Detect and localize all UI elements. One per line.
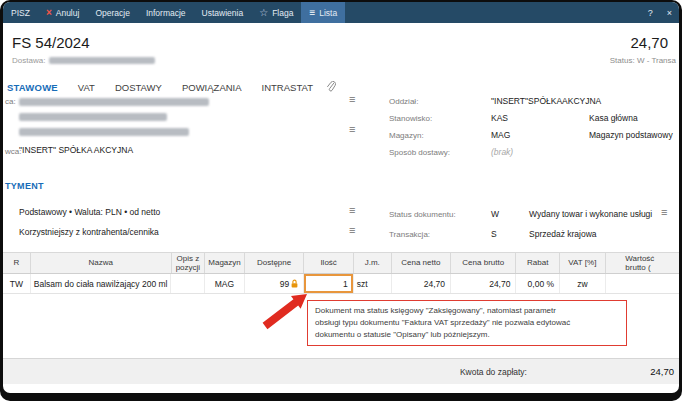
toolbar-flag-label: Flaga xyxy=(272,8,293,18)
pricing-dropdown[interactable]: Podstawowy • Waluta: PLN • od netto xyxy=(19,207,160,217)
delivery-method-value[interactable]: (brak) xyxy=(491,147,513,157)
branch-label: Oddział: xyxy=(389,97,418,106)
toolbar-flag-button[interactable]: ☆ Flaga xyxy=(251,2,301,23)
quantity-value: 1 xyxy=(343,279,348,289)
customer-field-redacted[interactable] xyxy=(19,98,209,106)
toolbar-operations-menu[interactable]: Operacje xyxy=(87,2,138,23)
column-header-gross-value-label: Wartość brutto ( xyxy=(621,254,663,272)
cell-quantity[interactable]: 1 xyxy=(304,274,354,293)
city-field-redacted[interactable] xyxy=(19,128,189,136)
error-tooltip: Dokument ma status księgowy "Zaksięgowan… xyxy=(307,300,627,346)
tooltip-line-2: obsługi typu dokumentu "Faktura VAT sprz… xyxy=(315,317,619,329)
document-title: FS 54/2024 xyxy=(12,34,90,51)
app-window: PISZ × Anuluj Operacje Informacje Ustawi… xyxy=(0,0,682,401)
items-table: R Nazwa Opis z pozycji Magazyn Dostępne … xyxy=(3,252,679,294)
help-icon: ? xyxy=(648,8,653,18)
tab-podstawowe[interactable]: STAWOWE xyxy=(3,82,68,93)
available-value: 99 xyxy=(280,279,289,289)
transaction-value[interactable]: Sprzedaż krajowa xyxy=(529,229,597,239)
toolbar-list-label: Lista xyxy=(319,8,337,18)
address-dropdown-icon[interactable]: ≡ xyxy=(349,124,355,135)
cell-type[interactable]: TW xyxy=(3,274,31,293)
column-header-vat[interactable]: VAT [%] xyxy=(560,253,606,273)
tab-intrastat[interactable]: INTRASTAT xyxy=(252,82,323,93)
document-status-dropdown-icon[interactable]: ≡ xyxy=(661,207,667,218)
toolbar-cancel-label: Anuluj xyxy=(56,8,80,18)
column-header-discount[interactable]: Rabat xyxy=(516,253,560,273)
document-header: FS 54/2024 24,70 Dostawa: Status: W - Tr… xyxy=(3,23,679,78)
seller-value[interactable]: "INSERT" SPÓŁKA AKCYJNA xyxy=(19,145,133,155)
toolbar-cancel-button[interactable]: × Anuluj xyxy=(38,2,87,23)
branch-value[interactable]: "INSERT"SPÓŁKAAKCYJNA xyxy=(491,96,601,106)
column-header-warehouse[interactable]: Magazyn xyxy=(205,253,245,273)
address-field-redacted[interactable] xyxy=(19,113,167,121)
cell-available[interactable]: 99 xyxy=(245,274,304,293)
amount-due-value: 24,70 xyxy=(650,366,674,377)
toolbar-save-label: PISZ xyxy=(11,8,30,18)
paperclip-icon[interactable] xyxy=(326,81,336,93)
tab-vat[interactable]: VAT xyxy=(68,82,105,93)
document-status-value[interactable]: Wydany towar i wykonane usługi xyxy=(529,209,652,219)
cell-description[interactable] xyxy=(171,274,205,293)
cell-vat[interactable]: zw xyxy=(560,274,606,293)
tab-dostawy[interactable]: DOSTAWY xyxy=(105,82,172,93)
column-header-unit[interactable]: J.m. xyxy=(354,253,392,273)
column-header-net-price[interactable]: Cena netto xyxy=(392,253,451,273)
customer-dropdown-icon[interactable]: ≡ xyxy=(349,94,355,105)
transaction-code[interactable]: S xyxy=(491,229,497,239)
column-header-gross-price[interactable]: Cena brutto xyxy=(451,253,516,273)
cell-warehouse[interactable]: MAG xyxy=(205,274,245,293)
section-title-asortyment: TYMENT xyxy=(5,181,44,191)
warehouse-name[interactable]: Magazyn podstawowy xyxy=(589,130,673,140)
toolbar-settings-menu[interactable]: Ustawienia xyxy=(194,2,252,23)
station-name[interactable]: Kasa główna xyxy=(589,113,638,123)
column-header-available[interactable]: Dostępne xyxy=(245,253,304,273)
flag-star-icon: ☆ xyxy=(259,7,268,18)
cell-gross-price[interactable]: 24,70 xyxy=(451,274,516,293)
station-code[interactable]: KAS xyxy=(491,113,508,123)
delivery-label: Dostawa: xyxy=(12,56,45,65)
cell-unit[interactable]: szt xyxy=(354,274,392,293)
close-icon: × xyxy=(667,8,672,18)
column-header-quantity[interactable]: Ilość xyxy=(304,253,354,273)
lock-icon xyxy=(291,279,298,288)
toolbar-list-button[interactable]: ≡ Lista xyxy=(301,2,345,23)
warehouse-code[interactable]: MAG xyxy=(491,130,510,140)
list-icon: ≡ xyxy=(309,7,315,18)
main-toolbar: PISZ × Anuluj Operacje Informacje Ustawi… xyxy=(3,2,679,23)
column-header-type[interactable]: R xyxy=(3,253,31,273)
toolbar-information-label: Informacje xyxy=(146,8,186,18)
price-rule-dropdown-icon[interactable]: ≡ xyxy=(349,225,355,236)
tooltip-line-3: dokumentu o statusie "Opisany" lub późni… xyxy=(315,329,619,341)
column-header-name[interactable]: Nazwa xyxy=(31,253,172,273)
table-row[interactable]: TW Balsam do ciała nawilżający 200 ml MA… xyxy=(3,274,679,294)
toolbar-save-button[interactable]: PISZ xyxy=(3,2,38,23)
window-content: PISZ × Anuluj Operacje Informacje Ustawi… xyxy=(3,2,679,393)
cell-gross-value[interactable] xyxy=(606,274,679,293)
help-button[interactable]: ? xyxy=(641,2,660,23)
document-amount: 24,70 xyxy=(630,34,668,51)
pricing-dropdown-icon[interactable]: ≡ xyxy=(349,205,355,216)
delivery-value-redacted xyxy=(49,57,155,64)
station-label: Stanowisko: xyxy=(389,114,432,123)
amount-due-label: Kwota do zapłaty: xyxy=(460,367,527,377)
column-header-description[interactable]: Opis z pozycji xyxy=(172,253,206,273)
toolbar-operations-label: Operacje xyxy=(95,8,130,18)
column-header-gross-value[interactable]: Wartość brutto ( xyxy=(606,253,679,273)
document-status-code[interactable]: W xyxy=(491,209,499,219)
table-header-row: R Nazwa Opis z pozycji Magazyn Dostępne … xyxy=(3,252,679,274)
cell-name[interactable]: Balsam do ciała nawilżający 200 ml xyxy=(31,274,172,293)
cell-discount[interactable]: 0,00 % xyxy=(516,274,560,293)
warehouse-label: Magazyn: xyxy=(389,131,424,140)
tab-powiazania[interactable]: POWIĄZANIA xyxy=(172,82,252,93)
footer-bar: Kwota do zapłaty: 24,70 xyxy=(3,358,679,384)
price-rule-dropdown[interactable]: Korzystniejszy z kontrahenta/cennika xyxy=(19,227,159,237)
document-status: Status: W - Transa xyxy=(610,56,676,65)
tab-bar: STAWOWE VAT DOSTAWY POWIĄZANIA INTRASTAT xyxy=(3,78,679,96)
tooltip-line-1: Dokument ma status księgowy "Zaksięgowan… xyxy=(315,305,619,317)
toolbar-information-menu[interactable]: Informacje xyxy=(138,2,194,23)
close-button[interactable]: × xyxy=(660,2,679,23)
toolbar-settings-label: Ustawienia xyxy=(202,8,244,18)
customer-label: ca: xyxy=(5,97,16,106)
cell-net-price[interactable]: 24,70 xyxy=(392,274,451,293)
